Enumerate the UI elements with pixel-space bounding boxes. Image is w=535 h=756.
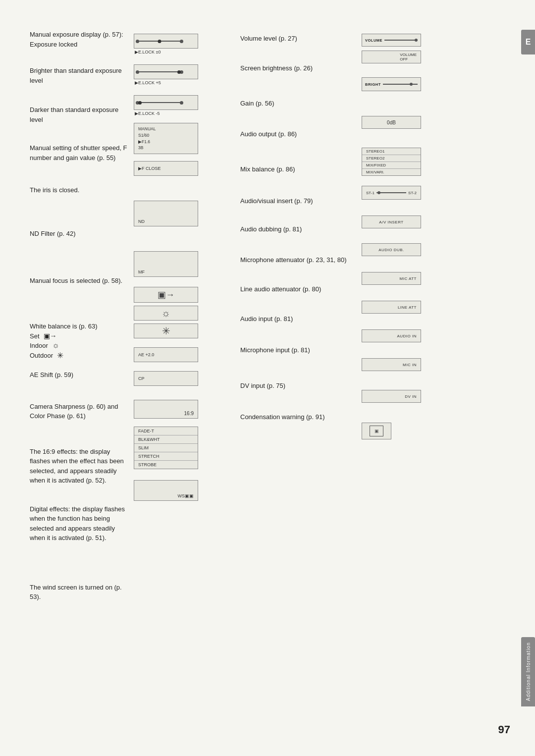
manual-line-3: ▶F1.6 <box>138 139 194 145</box>
ratio-label: 16:9 <box>184 411 194 416</box>
vol-off-label: VOLUMEOFF <box>400 53 417 61</box>
effect-slim: SLIM <box>134 444 198 452</box>
mid-elock-minus5: ▶E.LOCK -5 <box>134 95 223 116</box>
mix-slider-box: ST-1 ST-2 <box>362 186 421 200</box>
left-text-mf: Manual focus is selected (p. 58). <box>30 276 131 286</box>
left-text-digital: Digital effects: the display flashes whe… <box>30 504 131 543</box>
ratio-box: 16:9 <box>134 400 198 419</box>
gain-label: 0dB <box>387 120 396 125</box>
right-av-insert: Audio/visual insert (p. 79) <box>240 196 357 206</box>
right-text-mic-att: Microphone attenuator (p. 23, 31, 80) <box>240 255 357 265</box>
wb-outdoor-label: Outdoor <box>30 352 53 359</box>
elock-plus5-label: ▶E.LOCK +5 <box>135 80 223 85</box>
wb-outdoor-icon: ✳ <box>57 351 63 360</box>
mid-wb-indoor: ☼ <box>134 306 223 321</box>
slider-line-zero <box>137 41 182 42</box>
bright-label: BRIGHT <box>365 82 381 87</box>
wb-indoor-icon: ☼ <box>52 341 59 350</box>
slider-line-minus5 <box>137 102 182 103</box>
right-text-volume: Volume level (p. 27) <box>240 34 357 44</box>
dv-in-box: DV IN <box>362 390 421 403</box>
left-entry-mf: Manual focus is selected (p. 58). <box>30 276 131 286</box>
effect-fade-t: FADE-T <box>134 427 198 435</box>
bright-box: BRIGHT <box>362 77 421 91</box>
av-insert-label: A/V INSERT <box>379 220 403 224</box>
fr-bright: BRIGHT <box>362 77 441 91</box>
ae-box: AE +2.0 <box>134 347 198 362</box>
right-text-audio-out: Audio output (p. 86) <box>240 129 357 139</box>
wb-indoor-box: ☼ <box>134 306 198 321</box>
wb-set-icon: ▣→ <box>44 332 57 340</box>
left-text-169: The 16:9 effects: the display flashes wh… <box>30 447 131 486</box>
elock-zero-label: ▶E.LOCK ±0 <box>135 50 223 54</box>
fr-mix-slider: ST-1 ST-2 <box>362 186 441 200</box>
fr-mic-in: MIC IN <box>362 358 441 371</box>
mix-st2: ST-2 <box>408 191 417 195</box>
left-text-wb: White balance is (p. 63) <box>30 322 131 331</box>
slider-dot-left <box>136 40 139 43</box>
mid-manual: MANUAL S1/60 ▶F1.6 3B <box>134 123 223 154</box>
right-mic-in: Microphone input (p. 81) <box>240 345 357 355</box>
left-text-iris: The iris is closed. <box>30 185 131 195</box>
fr-volume-slider: VOLUME <box>362 34 441 47</box>
nd-label: ND <box>138 219 145 224</box>
right-audio-in: Audio input (p. 81) <box>240 314 357 324</box>
wb-indoor-symbol: ☼ <box>161 308 170 319</box>
wb-set-label: Set <box>30 332 40 340</box>
audio-dub-label: AUDIO DUB. <box>378 248 404 252</box>
wb-indoor-row: Indoor ☼ <box>30 341 131 350</box>
left-entry-wb: White balance is (p. 63) Set ▣→ Indoor ☼… <box>30 322 131 361</box>
elock-minus5-box <box>134 95 198 110</box>
left-column: Manual exposure display (p. 57): Exposur… <box>0 30 131 736</box>
left-text-ae: AE Shift (p. 59) <box>30 370 131 380</box>
left-text-nd: ND Filter (p. 42) <box>30 229 131 239</box>
mic-att-box: MIC ATT <box>362 272 421 285</box>
right-text-av-insert: Audio/visual insert (p. 79) <box>240 196 357 206</box>
left-entry-nd: ND Filter (p. 42) <box>30 229 131 239</box>
stereo-group-box: STEREO1 STEREO2 MIX/FIXED MIX/VARI. <box>362 148 421 176</box>
wb-set-symbol: ▣→ <box>158 289 175 300</box>
page-container: E Manual exposure display (p. 57): Expos… <box>0 0 535 756</box>
mid-ws: WS▣▣ <box>134 480 223 501</box>
right-text-audio-dub: Audio dubbing (p. 81) <box>240 224 357 234</box>
fr-line-att: LINE ATT <box>362 301 441 314</box>
slider-dot-left-pos <box>138 101 142 105</box>
left-entry-digital: Digital effects: the display flashes whe… <box>30 504 131 543</box>
right-volume: Volume level (p. 27) <box>240 34 357 44</box>
stereo2-item: STEREO2 <box>362 155 421 162</box>
mid-nd: ND <box>134 201 223 226</box>
mix-line <box>376 192 406 193</box>
effects-group-box: FADE-T BLK&WHT SLIM STRETCH STROBE <box>134 427 198 469</box>
vol-label: VOLUME <box>365 38 382 43</box>
slider-dot-right-pos <box>177 70 181 74</box>
vol-off-box: VOLUMEOFF <box>362 51 421 63</box>
left-entry-sharpness: Camera Sharpness (p. 60) and Color Phase… <box>30 402 131 421</box>
mid-wb-set: ▣→ <box>134 287 223 303</box>
fr-condensation: ▣ <box>362 423 441 439</box>
wb-indoor-label: Indoor <box>30 342 48 349</box>
far-right-column: VOLUME VOLUMEOFF BRIGHT <box>357 30 446 736</box>
cp-label: CP <box>138 376 145 381</box>
manual-line-4: 3B <box>138 145 194 151</box>
right-condensation: Condensation warning (p. 91) <box>240 412 357 422</box>
mix-fixed-item: MIX/FIXED <box>362 162 421 169</box>
left-entry-brighter: Brighter than standard exposure level <box>30 66 131 85</box>
right-audio-out: Audio output (p. 86) <box>240 129 357 139</box>
condensation-box: ▣ <box>362 423 391 439</box>
fclose-box: ▶F CLOSE <box>134 161 198 176</box>
right-text-mix-balance: Mix balance (p. 86) <box>240 164 357 174</box>
slider-line-plus5 <box>137 71 182 72</box>
audio-dub-box: AUDIO DUB. <box>362 243 421 256</box>
dew-symbol: ▣ <box>370 426 383 436</box>
right-audio-dub: Audio dubbing (p. 81) <box>240 224 357 234</box>
wb-outdoor-row: Outdoor ✳ <box>30 351 131 360</box>
vol-slider-box: VOLUME <box>362 34 421 47</box>
mid-elock-zero: ▶E.LOCK ±0 <box>134 34 223 54</box>
fr-gain: 0dB <box>362 116 441 129</box>
right-gain: Gain (p. 56) <box>240 99 357 108</box>
mid-elock-plus5: ▶E.LOCK +5 <box>134 64 223 85</box>
elock-zero-box <box>134 34 198 49</box>
slider-dot-right <box>180 40 183 43</box>
av-insert-box: A/V INSERT <box>362 216 421 228</box>
effect-stretch: STRETCH <box>134 452 198 461</box>
